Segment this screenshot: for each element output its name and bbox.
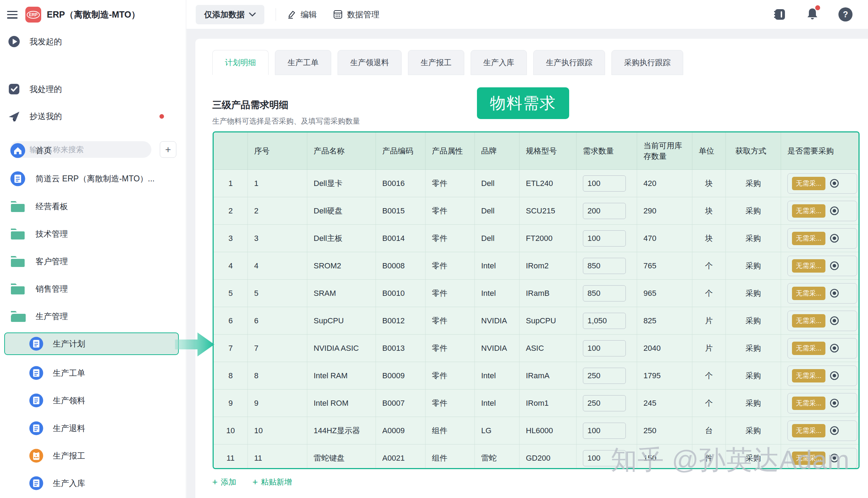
notification-dot (815, 5, 820, 10)
radio-icon[interactable] (830, 261, 839, 270)
spec-cell: SupCPU (520, 307, 577, 335)
sidebar-item-production-warehousing[interactable]: 生产入库 (0, 471, 186, 496)
unit-cell: 台 (692, 417, 726, 444)
stock-cell: 965 (637, 280, 692, 307)
radio-icon[interactable] (830, 179, 839, 188)
demand-qty-input[interactable] (583, 175, 626, 192)
sidebar-item-production-reporting[interactable]: 生产报工 (0, 443, 186, 468)
row-index-cell: 9 (214, 390, 248, 417)
demand-qty-input[interactable] (583, 258, 626, 274)
hamburger-menu-icon[interactable] (7, 11, 18, 19)
sidebar-item-production-management[interactable]: 生产管理 (0, 304, 186, 329)
notifications-button[interactable] (806, 7, 819, 22)
sidebar-item-production-workorder[interactable]: 生产工单 (0, 361, 186, 385)
side-panel-icon[interactable] (773, 8, 786, 21)
tab-production-tracking[interactable]: 生产执行跟踪 (533, 50, 605, 75)
demand-qty-input[interactable] (583, 423, 626, 439)
header-cell: 产品属性 (426, 132, 475, 170)
radio-icon[interactable] (830, 398, 839, 408)
purchase-cell: 无需采... (781, 170, 858, 197)
purchase-option[interactable]: 无需采... (787, 311, 857, 331)
add-row-button[interactable]: + 添加 (212, 477, 236, 487)
sidebar-item-my-initiated[interactable]: 我发起的 (0, 29, 186, 54)
tab-production-reporting[interactable]: 生产报工 (408, 50, 464, 75)
spec-cell: SCU215 (520, 197, 577, 225)
purchase-cell: 无需采... (781, 444, 858, 469)
folder-open-icon (10, 310, 26, 323)
sidebar-item-home[interactable]: 首页 (0, 138, 186, 163)
sidebar-item-production-picking[interactable]: 生产领料 (0, 388, 186, 413)
product-attr-cell: 零件 (426, 335, 475, 362)
paste-add-button[interactable]: + 粘贴新增 (252, 477, 292, 487)
plus-icon: + (252, 477, 258, 487)
sidebar-item-sales-management[interactable]: 销售管理 (0, 276, 186, 301)
purchase-option[interactable]: 无需采... (787, 283, 857, 304)
purchase-option[interactable]: 无需采... (787, 366, 857, 386)
radio-icon[interactable] (830, 343, 839, 353)
row-index-cell: 8 (214, 362, 248, 390)
header-cell: 品牌 (475, 132, 520, 170)
product-name-cell: Dell硬盘 (307, 197, 376, 225)
sidebar-item-tech-management[interactable]: 技术管理 (0, 222, 186, 246)
add-data-mode-button[interactable]: 仅添加数据 (196, 5, 264, 24)
tab-production-pick-return[interactable]: 生产领退料 (338, 50, 402, 75)
brand-cell: Intel (475, 280, 520, 307)
spec-cell: IRamB (520, 280, 577, 307)
demand-qty-input[interactable] (583, 313, 626, 329)
radio-icon[interactable] (830, 453, 839, 463)
home-icon (10, 143, 26, 158)
row-index-cell: 5 (214, 280, 248, 307)
unit-cell: 个 (692, 390, 726, 417)
spec-cell: HL6000 (520, 417, 577, 444)
tab-purchase-tracking[interactable]: 采购执行跟踪 (611, 50, 683, 75)
product-code-cell: B0009 (376, 362, 426, 390)
sidebar-item-cc-to-me[interactable]: 抄送我的 (0, 104, 186, 129)
tab-production-workorder[interactable]: 生产工单 (275, 50, 331, 75)
radio-icon[interactable] (830, 288, 839, 298)
header-cell (214, 132, 248, 170)
tab-production-warehousing[interactable]: 生产入库 (471, 50, 527, 75)
radio-icon[interactable] (830, 371, 839, 380)
purchase-option[interactable]: 无需采... (787, 201, 857, 221)
radio-icon[interactable] (830, 316, 839, 325)
edit-button[interactable]: 编辑 (287, 9, 317, 20)
radio-icon[interactable] (830, 206, 839, 216)
purchase-option[interactable]: 无需采... (787, 421, 857, 441)
demand-qty-input[interactable] (583, 368, 626, 384)
product-name-cell: SRAM (307, 280, 376, 307)
purchase-option[interactable]: 无需采... (787, 448, 857, 468)
folder-icon (10, 282, 26, 295)
radio-icon[interactable] (830, 234, 839, 243)
purchase-option[interactable]: 无需采... (787, 393, 857, 413)
tab-plan-detail[interactable]: 计划明细 (212, 50, 269, 75)
purchase-option[interactable]: 无需采... (787, 338, 857, 359)
demand-qty-input[interactable] (583, 450, 626, 466)
demand-qty-input[interactable] (583, 285, 626, 301)
purchase-badge: 无需采... (792, 424, 825, 437)
purchase-option[interactable]: 无需采... (787, 173, 857, 194)
header-cell: 当前可用库存数量 (637, 132, 692, 170)
demand-qty-input[interactable] (583, 395, 626, 411)
demand-qty-input[interactable] (583, 230, 626, 247)
purchase-cell: 无需采... (781, 252, 858, 280)
sidebar-item-production-return[interactable]: 生产退料 (0, 416, 186, 441)
unit-cell: 个 (692, 362, 726, 390)
table-row: 88Intel RAMB0009零件IntelIRamA1795个采购无需采..… (214, 362, 858, 390)
sidebar-item-jiandaoyun-erp[interactable]: 简道云 ERP（离散制造-MTO）... (0, 166, 186, 191)
stock-cell: 2040 (637, 335, 692, 362)
demand-qty-input[interactable] (583, 340, 626, 356)
help-icon[interactable]: ? (838, 7, 853, 21)
data-manage-button[interactable]: 数据管理 (333, 9, 379, 20)
sidebar-item-business-dashboard[interactable]: 经营看板 (0, 194, 186, 219)
demand-qty-input[interactable] (583, 203, 626, 219)
content-panel: 计划明细 生产工单 生产领退料 生产报工 生产入库 生产执行跟踪 采购执行跟踪 … (195, 39, 868, 498)
sidebar-item-customer-management[interactable]: 客户管理 (0, 249, 186, 274)
table-row: 22Dell硬盘B0015零件DellSCU215290块采购无需采... (214, 197, 858, 225)
radio-icon[interactable] (830, 426, 839, 435)
product-name-cell: Dell主板 (307, 225, 376, 252)
purchase-option[interactable]: 无需采... (787, 256, 857, 276)
sidebar-item-production-plan[interactable]: 生产计划 (4, 332, 179, 355)
purchase-cell: 无需采... (781, 390, 858, 417)
purchase-option[interactable]: 无需采... (787, 228, 857, 249)
sidebar-item-my-processed[interactable]: 我处理的 (0, 77, 186, 101)
